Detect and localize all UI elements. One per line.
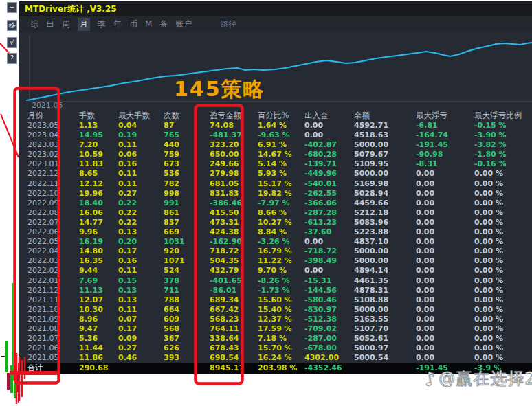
cell-pct: 12.37 % bbox=[258, 315, 304, 324]
menu-item-币[interactable]: 币 bbox=[129, 19, 137, 30]
table-row[interactable]: 2022.1019.960.27998831.8319.82 %-262.555… bbox=[19, 189, 532, 199]
cell-pct: 15.70 % bbox=[258, 343, 304, 353]
menu-item-M[interactable]: M bbox=[145, 19, 152, 29]
cell-max_dd_pct: 0.00 % bbox=[474, 189, 532, 199]
column-header[interactable]: 月份 bbox=[27, 110, 79, 121]
cell-pct: 17.59 % bbox=[258, 324, 304, 334]
column-header[interactable]: 次数 bbox=[164, 110, 210, 121]
cell-month: 2022.03 bbox=[27, 256, 79, 266]
table-row[interactable]: 2022.0414.800.17920718.7216.79 %-718.725… bbox=[19, 247, 532, 256]
column-header[interactable]: 最大浮亏比例 bbox=[474, 110, 532, 121]
table-row[interactable]: 2022.0516.190.201031-162.90-3.26 %0.0048… bbox=[19, 237, 532, 247]
check-button[interactable]: √ bbox=[7, 37, 17, 48]
cell-pct: -3.26 % bbox=[258, 237, 304, 247]
cell-pct: -9.63 % bbox=[258, 131, 304, 140]
cell-month: 2023.02 bbox=[27, 150, 79, 159]
table-row[interactable]: 2022.0316.350.161071504.3511.22 %-398.49… bbox=[19, 256, 532, 266]
menu-item-备[interactable]: 备 bbox=[159, 19, 168, 30]
cell-pct: 9.70 % bbox=[258, 266, 304, 275]
cell-month: 2021.07 bbox=[27, 334, 79, 343]
table-row[interactable]: 2021.0511.860.46393698.5416.24 %4302.005… bbox=[19, 353, 532, 363]
cell-month: 2022.08 bbox=[27, 208, 79, 218]
cell-cashflow: -398.49 bbox=[304, 256, 354, 266]
strategy-name-label: 145策略 bbox=[174, 76, 265, 104]
menu-item-月[interactable]: 月 bbox=[78, 18, 90, 31]
candlestick bbox=[14, 383, 16, 398]
menu-item-季[interactable]: 季 bbox=[98, 19, 106, 30]
cell-balance: 5028.94 bbox=[354, 189, 416, 199]
column-header[interactable]: 出入金 bbox=[304, 110, 354, 121]
table-row[interactable]: 2023.051.130.048774.081.64 %0.004592.71-… bbox=[19, 121, 532, 131]
cell-pnl: -162.90 bbox=[210, 237, 258, 247]
column-header[interactable]: 百分比% bbox=[258, 110, 304, 121]
cell-pct: 15.60 % bbox=[258, 295, 304, 305]
column-header[interactable]: 最大浮亏 bbox=[416, 110, 474, 121]
total-pnl: 8945.17 bbox=[210, 363, 258, 374]
table-row[interactable]: 2021.075.360.09367338.647.18 %-287.00505… bbox=[19, 334, 532, 343]
cell-max_dd_pct: 0.00 % bbox=[474, 237, 532, 247]
minimize-button[interactable]: − bbox=[7, 2, 17, 13]
cell-month: 2021.06 bbox=[27, 343, 79, 353]
table-row[interactable]: 2021.089.470.17568764.1117.59 %-709.0251… bbox=[19, 324, 532, 334]
table-row[interactable]: 2022.029.440.11524432.799.70 %0.004894.1… bbox=[19, 266, 532, 275]
equity-chart-area[interactable] bbox=[19, 32, 532, 102]
menu-item-path[interactable]: 路径 bbox=[220, 19, 236, 30]
table-row[interactable]: 2022.069.960.13669424.388.84 %-37.605223… bbox=[19, 227, 532, 237]
menu-item-周[interactable]: 周 bbox=[62, 19, 70, 30]
cell-max_dd: 0.00 bbox=[416, 266, 474, 275]
cell-pct: 1.64 % bbox=[258, 121, 304, 131]
table-row[interactable]: 2023.0111.830.16673249.665.14 %-139.7151… bbox=[19, 159, 532, 169]
cell-month: 2022.01 bbox=[27, 276, 79, 286]
cell-pct: 7.18 % bbox=[258, 334, 304, 343]
cell-count: 1071 bbox=[164, 256, 210, 266]
column-header[interactable]: 余额 bbox=[354, 110, 416, 121]
cell-pct: 15.40 % bbox=[258, 305, 304, 315]
table-row[interactable]: 2023.0414.950.19765-481.37-9.63 %0.00451… bbox=[19, 131, 532, 140]
menu-item-账户[interactable]: 账户 bbox=[175, 19, 192, 30]
table-row[interactable]: 2022.1112.120.11782681.0515.17 %-540.015… bbox=[19, 179, 532, 189]
table-row[interactable]: 2021.1211.130.13711-86.01-1.73 %-144.564… bbox=[19, 286, 532, 295]
cell-cashflow: 0.00 bbox=[304, 131, 354, 140]
table-row[interactable]: 2023.0210.590.06759650.0014.67 %-680.285… bbox=[19, 150, 532, 159]
cell-cashflow: -709.02 bbox=[304, 324, 354, 334]
table-row[interactable]: 2022.0918.400.22991-386.46-7.97 %-366.06… bbox=[19, 199, 532, 208]
table-row[interactable]: 2023.037.200.11440323.206.91 %-402.87500… bbox=[19, 140, 532, 150]
cell-max_dd_pct: 0.00 % bbox=[474, 343, 532, 353]
table-row[interactable]: 2021.1112.070.13788689.3415.60 %-580.465… bbox=[19, 295, 532, 305]
cell-count: 788 bbox=[164, 295, 210, 305]
cell-count: 1031 bbox=[164, 237, 210, 247]
table-row[interactable]: 2022.017.690.15378-401.65-8.26 %-15.3144… bbox=[19, 276, 532, 286]
titlebar[interactable]: MTDriver统计 ,V3.25 bbox=[19, 1, 532, 16]
cell-pnl: 249.66 bbox=[210, 159, 258, 169]
cell-cashflow: -540.01 bbox=[304, 179, 354, 189]
cell-max_dd_pct: 0.00 % bbox=[474, 305, 532, 315]
cell-max_lots: 0.06 bbox=[118, 150, 164, 159]
cell-max_dd: 0.00 bbox=[416, 189, 474, 199]
cell-max_dd: -191.45 bbox=[416, 140, 474, 150]
cell-count: 765 bbox=[164, 131, 210, 140]
table-row[interactable]: 2022.0714.770.22837473.3110.27 %-613.235… bbox=[19, 218, 532, 227]
menu-item-综[interactable]: 综 bbox=[30, 19, 38, 30]
move-button[interactable]: 移 bbox=[7, 20, 17, 31]
cell-count: 998 bbox=[164, 189, 210, 199]
table-row[interactable]: 2021.1010.300.11664667.4215.40 %-830.975… bbox=[19, 305, 532, 315]
cell-max_lots: 0.27 bbox=[118, 343, 164, 353]
table-row[interactable]: 2021.0611.440.27626678.4315.70 %-678.005… bbox=[19, 343, 532, 353]
menu-item-日[interactable]: 日 bbox=[46, 19, 54, 30]
table-row[interactable]: 2022.0816.060.22861415.508.66 %-287.2852… bbox=[19, 208, 532, 218]
menu-item-年[interactable]: 年 bbox=[113, 19, 122, 30]
table-row[interactable]: 2021.098.960.07609568.2312.37 %-512.3851… bbox=[19, 315, 532, 324]
cell-cashflow: 4302.00 bbox=[304, 353, 354, 363]
cell-max_dd: 0.00 bbox=[416, 199, 474, 208]
cell-count: 782 bbox=[164, 179, 210, 189]
cell-max_dd_pct: 0.00 % bbox=[474, 324, 532, 334]
help-button[interactable]: ? bbox=[7, 53, 17, 64]
column-header[interactable]: 最大手数 bbox=[118, 110, 164, 121]
cell-balance: 5108.88 bbox=[354, 295, 416, 305]
cell-lots: 19.96 bbox=[79, 189, 118, 199]
cell-max_dd_pct: -0.16 % bbox=[474, 159, 532, 169]
column-header[interactable]: 盈亏金额 bbox=[210, 110, 258, 121]
table-row[interactable]: 2022.128.650.11536279.985.93 %-449.96500… bbox=[19, 169, 532, 179]
cell-count: 861 bbox=[164, 208, 210, 218]
column-header[interactable]: 手数 bbox=[79, 110, 118, 121]
